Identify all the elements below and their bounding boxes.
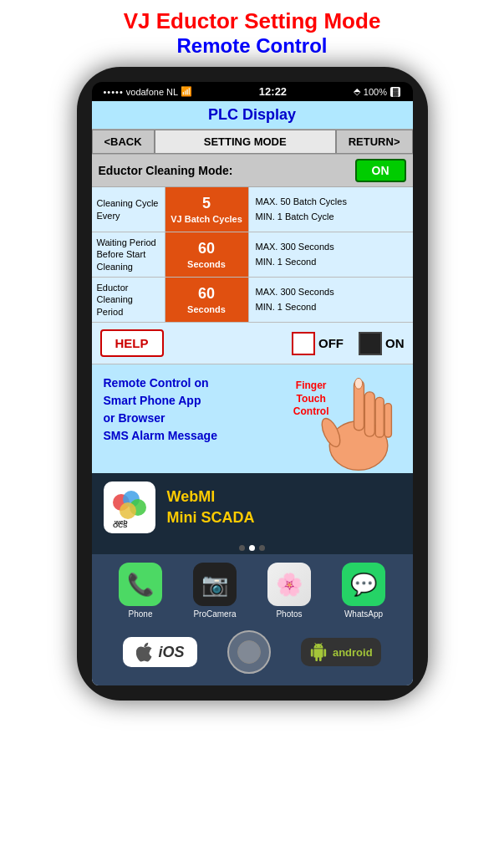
phone-app-label: Phone: [129, 609, 153, 619]
apps-row: 📞 Phone 📷 ProCamera 🌸 Photos 💬 WhatsApp: [92, 554, 413, 624]
waiting-period-value[interactable]: 60 Seconds: [165, 232, 249, 277]
setting-row-waiting-period: Waiting Period Before Start Cleaning 60 …: [92, 232, 413, 278]
cleaning-cycle-value[interactable]: 5 VJ Batch Cycles: [165, 187, 249, 232]
svg-point-11: [120, 502, 136, 519]
on-button-group[interactable]: ON: [359, 332, 405, 355]
photos-app-label: Photos: [276, 609, 302, 619]
wifi-icon: 📶: [181, 86, 192, 97]
battery-icon: ▓: [390, 87, 401, 97]
signal-dots: •••••: [104, 87, 124, 97]
dot-2-active: [249, 545, 255, 551]
photos-app-icon[interactable]: 🌸: [267, 563, 311, 606]
home-button[interactable]: [227, 630, 271, 674]
procamera-app-label: ProCamera: [193, 609, 236, 619]
remote-area: Remote Control on Smart Phone App or Bro…: [92, 364, 413, 473]
cleaning-cycle-label: Cleaning Cycle Every: [92, 187, 165, 232]
ios-label: iOS: [158, 644, 184, 661]
off-label: OFF: [318, 336, 344, 350]
dot-1: [239, 545, 245, 551]
android-icon: [309, 643, 328, 661]
carrier-name: vodafone NL: [126, 87, 178, 97]
setting-row-cleaning-period: Eductor Cleaning Period 60 Seconds MAX. …: [92, 278, 413, 323]
svg-text:OCS: OCS: [113, 522, 128, 529]
svg-point-6: [354, 378, 362, 389]
title-line1: VJ Eductor Setting Mode: [124, 8, 381, 34]
cleaning-cycle-limits: MAX. 50 Batch Cycles MIN. 1 Batch Cycle: [249, 187, 413, 232]
webmi-area: web OCS WebMI Mini SCADA: [92, 473, 413, 542]
procamera-app-icon[interactable]: 📷: [193, 563, 237, 606]
phone-app-icon[interactable]: 📞: [119, 563, 162, 606]
return-button[interactable]: RETURN>: [336, 130, 413, 154]
hand-icon: [313, 364, 405, 473]
status-right: ⬘ 100% ▓: [354, 86, 401, 97]
whatsapp-app-icon[interactable]: 💬: [342, 563, 385, 606]
nav-row: <BACK SETTING MODE RETURN>: [92, 130, 413, 155]
webmi-logo: web OCS: [104, 482, 155, 533]
status-left: ••••• vodafone NL 📶: [104, 86, 193, 97]
app-procamera[interactable]: 📷 ProCamera: [193, 563, 237, 619]
ios-badge: iOS: [123, 637, 197, 667]
plc-header: PLC Display: [92, 101, 413, 130]
phone-screen: PLC Display <BACK SETTING MODE RETURN> E…: [92, 101, 413, 685]
phone-shell: ••••• vodafone NL 📶 12:22 ⬘ 100% ▓ PLC D…: [77, 67, 428, 701]
whatsapp-app-label: WhatsApp: [344, 609, 383, 619]
status-time: 12:22: [259, 85, 287, 98]
app-whatsapp[interactable]: 💬 WhatsApp: [342, 563, 385, 619]
android-badge: android: [301, 638, 381, 666]
eductor-mode-row: Eductor Cleaning Mode: ON: [92, 155, 413, 187]
dot-3: [259, 545, 265, 551]
mode-label: SETTING MODE: [155, 130, 336, 154]
waiting-period-label: Waiting Period Before Start Cleaning: [92, 232, 165, 277]
cleaning-period-value[interactable]: 60 Seconds: [165, 278, 249, 322]
apple-icon: [136, 642, 153, 662]
mode-on-button[interactable]: ON: [355, 159, 406, 182]
svg-rect-3: [364, 392, 374, 436]
app-photos[interactable]: 🌸 Photos: [267, 563, 311, 619]
title-line2: Remote Control: [124, 34, 381, 58]
on-label: ON: [385, 336, 405, 350]
svg-rect-4: [375, 397, 384, 437]
carousel-dots: [92, 542, 413, 554]
on-box[interactable]: [359, 332, 382, 355]
page-title: VJ Eductor Setting Mode Remote Control: [124, 0, 381, 62]
cleaning-period-limits: MAX. 300 Seconds MIN. 1 Second: [249, 278, 413, 322]
waiting-period-limits: MAX. 300 Seconds MIN. 1 Second: [249, 232, 413, 277]
status-bar: ••••• vodafone NL 📶 12:22 ⬘ 100% ▓: [92, 82, 413, 101]
setting-row-cleaning-cycle: Cleaning Cycle Every 5 VJ Batch Cycles M…: [92, 187, 413, 232]
off-box[interactable]: [292, 332, 315, 355]
android-label: android: [333, 646, 373, 659]
help-button[interactable]: HELP: [100, 329, 164, 357]
back-button[interactable]: <BACK: [92, 130, 155, 154]
bottom-bar: iOS android: [92, 624, 413, 685]
app-phone[interactable]: 📞 Phone: [119, 563, 162, 619]
cleaning-period-label: Eductor Cleaning Period: [92, 278, 165, 322]
controls-row: HELP OFF ON: [92, 323, 413, 364]
svg-rect-5: [384, 404, 391, 437]
off-button-group[interactable]: OFF: [292, 332, 344, 355]
bluetooth-icon: ⬘: [354, 86, 360, 97]
battery-level: 100%: [364, 87, 387, 97]
webmi-text: WebMI Mini SCADA: [167, 487, 255, 528]
eductor-mode-label: Eductor Cleaning Mode:: [99, 164, 349, 177]
